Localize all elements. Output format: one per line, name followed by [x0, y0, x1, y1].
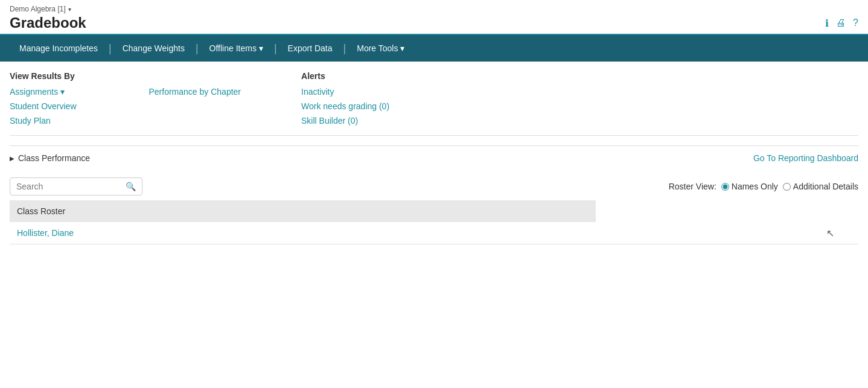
view-results-label: View Results By: [10, 71, 241, 81]
print-icon[interactable]: 🖨: [836, 17, 846, 28]
additional-details-label: Additional Details: [793, 182, 858, 191]
assignments-label: Assignments: [10, 87, 58, 97]
class-roster-header: Class Roster: [10, 200, 596, 222]
performance-by-chapter-link[interactable]: Performance by Chapter: [149, 87, 241, 97]
main-nav: Manage Incompletes | Change Weights | Of…: [0, 35, 868, 62]
assignments-link[interactable]: Assignments ▾: [10, 87, 77, 97]
class-performance-label: Class Performance: [18, 153, 90, 163]
student-overview-link[interactable]: Student Overview: [10, 101, 77, 111]
search-icon: 🔍: [126, 182, 136, 191]
class-performance-toggle[interactable]: ▶ Class Performance: [10, 153, 90, 163]
roster-view-options: Roster View: Names Only Additional Detai…: [669, 182, 858, 191]
page-title: Gradebook: [10, 14, 86, 31]
cursor-cell: ↖: [596, 222, 858, 244]
search-box[interactable]: 🔍: [10, 177, 142, 196]
names-only-radio[interactable]: [721, 183, 729, 191]
work-needs-grading-link[interactable]: Work needs grading (0): [301, 101, 389, 111]
info-icon[interactable]: ℹ: [825, 17, 829, 29]
table-row: Hollister, Diane ↖: [10, 222, 858, 244]
skill-builder-link[interactable]: Skill Builder (0): [301, 116, 389, 126]
nav-change-weights-label: Change Weights: [123, 43, 185, 53]
skill-builder-label: Skill Builder (0): [301, 116, 358, 126]
nav-more-tools[interactable]: More Tools ▾: [347, 35, 414, 62]
reporting-dashboard-link[interactable]: Go To Reporting Dashboard: [753, 153, 858, 163]
performance-by-chapter-label: Performance by Chapter: [149, 87, 241, 97]
class-roster-table: Class Roster Hollister, Diane ↖: [10, 200, 858, 244]
reporting-dashboard-label: Go To Reporting Dashboard: [753, 153, 858, 163]
course-title: Demo Algebra [1]: [10, 5, 66, 13]
nav-export-data[interactable]: Export Data: [278, 35, 342, 62]
inactivity-label: Inactivity: [301, 87, 334, 97]
nav-sep-3: |: [273, 42, 278, 55]
help-icon[interactable]: ?: [853, 17, 858, 28]
class-performance-section: ▶ Class Performance Go To Reporting Dash…: [10, 145, 858, 170]
nav-offline-items[interactable]: Offline Items ▾: [200, 35, 273, 62]
cursor-icon: ↖: [826, 228, 834, 238]
names-only-label: Names Only: [732, 182, 778, 191]
student-cell: Hollister, Diane: [10, 222, 596, 244]
student-name: Hollister, Diane: [17, 228, 74, 238]
names-only-option[interactable]: Names Only: [721, 182, 778, 191]
nav-more-tools-label: More Tools: [357, 43, 398, 53]
nav-change-weights[interactable]: Change Weights: [113, 35, 194, 62]
student-overview-label: Student Overview: [10, 101, 77, 111]
nav-manage-incompletes-label: Manage Incompletes: [19, 43, 98, 53]
more-tools-dropdown-icon: ▾: [400, 43, 404, 53]
nav-offline-items-label: Offline Items: [209, 43, 257, 53]
work-needs-grading-label: Work needs grading (0): [301, 101, 389, 111]
inactivity-link[interactable]: Inactivity: [301, 87, 389, 97]
alerts-label: Alerts: [301, 71, 389, 81]
nav-manage-incompletes[interactable]: Manage Incompletes: [10, 35, 107, 62]
search-roster-row: 🔍 Roster View: Names Only Additional Det…: [10, 177, 858, 196]
student-name-link[interactable]: Hollister, Diane: [17, 228, 589, 238]
additional-details-option[interactable]: Additional Details: [783, 182, 858, 191]
class-performance-arrow: ▶: [10, 155, 14, 162]
offline-items-dropdown-icon: ▾: [259, 43, 263, 53]
roster-view-label: Roster View:: [669, 182, 716, 191]
study-plan-label: Study Plan: [10, 116, 51, 126]
course-dropdown-arrow[interactable]: ▾: [68, 6, 71, 13]
search-input[interactable]: [16, 182, 126, 191]
nav-export-data-label: Export Data: [288, 43, 333, 53]
nav-sep-1: |: [107, 42, 113, 55]
additional-details-radio[interactable]: [783, 183, 791, 191]
study-plan-link[interactable]: Study Plan: [10, 116, 77, 126]
assignments-dropdown-icon: ▾: [60, 87, 65, 97]
nav-sep-4: |: [342, 42, 348, 55]
nav-sep-2: |: [194, 42, 200, 55]
